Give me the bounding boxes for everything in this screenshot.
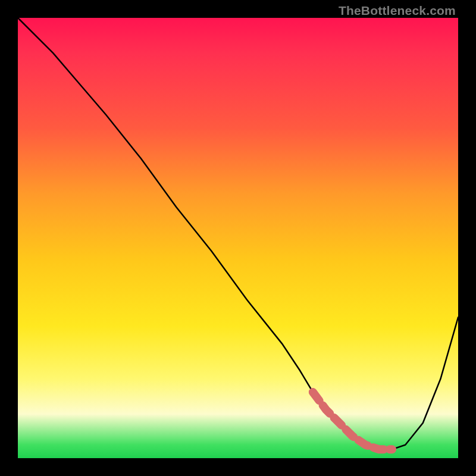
bottleneck-curve-line	[18, 18, 458, 449]
chart-svg	[18, 18, 458, 458]
optimal-range-highlight	[313, 392, 392, 449]
watermark-text: TheBottleneck.com	[339, 4, 456, 18]
